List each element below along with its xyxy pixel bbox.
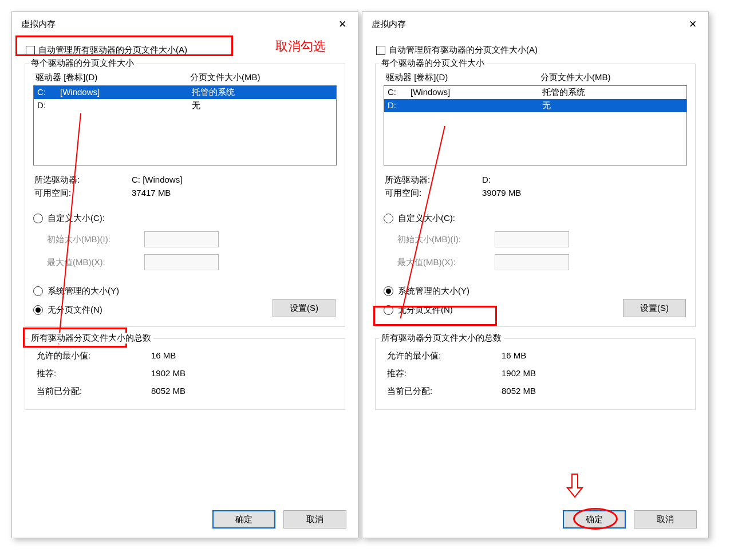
drive-list[interactable]: C: [Windows] 托管的系统 D: 无 <box>33 85 337 165</box>
drive-letter: C: <box>37 87 60 98</box>
per-drive-legend: 每个驱动器的分页文件大小 <box>379 58 487 69</box>
max-size-input <box>144 254 219 270</box>
free-space-label: 可用空间: <box>385 188 482 199</box>
min-value: 16 MB <box>502 350 526 361</box>
ok-button[interactable]: 确定 <box>563 510 626 529</box>
radio-system[interactable] <box>33 286 43 296</box>
rec-value: 1902 MB <box>502 368 536 379</box>
dialog-button-bar: 确定 取消 <box>12 503 358 538</box>
drive-label: [Windows] <box>411 87 542 98</box>
selected-drive-value: D: <box>482 175 687 186</box>
radio-custom-row[interactable]: 自定义大小(C): <box>33 211 337 226</box>
dialog-title: 虚拟内存 <box>372 19 406 30</box>
drive-row-c[interactable]: C: [Windows] 托管的系统 <box>384 86 686 99</box>
dialog-title: 虚拟内存 <box>21 19 56 30</box>
drive-label <box>60 100 192 111</box>
virtual-memory-dialog-left: 虚拟内存 ✕ 取消勾选 自动管理所有驱动器的分页文件大小(A) 每个驱动器的分页… <box>11 11 358 538</box>
drive-size: 托管的系统 <box>542 87 683 98</box>
cancel-button[interactable]: 取消 <box>283 510 346 529</box>
cur-value: 8052 MB <box>151 386 186 397</box>
annotation-text-uncheck: 取消勾选 <box>275 38 326 55</box>
totals-legend: 所有驱动器分页文件大小的总数 <box>379 333 504 344</box>
max-size-label: 最大值(MB)(X): <box>397 257 489 268</box>
per-drive-legend: 每个驱动器的分页文件大小 <box>29 58 136 69</box>
titlebar: 虚拟内存 ✕ <box>12 12 358 37</box>
drive-col-size: 分页文件大小(MB) <box>540 72 685 83</box>
initial-size-input <box>144 231 219 247</box>
totals-fieldset: 所有驱动器分页文件大小的总数 允许的最小值: 16 MB 推荐: 1902 MB… <box>375 338 696 410</box>
drive-row-c[interactable]: C: [Windows] 托管的系统 <box>34 86 336 99</box>
initial-size-label: 初始大小(MB)(I): <box>397 234 489 245</box>
drive-list[interactable]: C: [Windows] 托管的系统 D: 无 <box>384 85 687 165</box>
annotation-down-arrow-icon <box>566 473 583 498</box>
drive-letter: C: <box>388 87 411 98</box>
per-drive-fieldset: 每个驱动器的分页文件大小 驱动器 [卷标](D) 分页文件大小(MB) C: [… <box>375 64 696 327</box>
radio-custom-row[interactable]: 自定义大小(C): <box>384 211 687 226</box>
virtual-memory-dialog-right: 虚拟内存 ✕ 自动管理所有驱动器的分页文件大小(A) 每个驱动器的分页文件大小 … <box>362 11 709 538</box>
selected-drive-value: C: [Windows] <box>132 175 337 186</box>
drive-size: 无 <box>192 100 333 111</box>
drive-list-header: 驱动器 [卷标](D) 分页文件大小(MB) <box>33 72 337 85</box>
radio-system-label: 系统管理的大小(Y) <box>48 286 119 297</box>
auto-manage-checkbox[interactable] <box>376 46 385 55</box>
drive-col-drive: 驱动器 [卷标](D) <box>386 72 540 83</box>
radio-system-row[interactable]: 系统管理的大小(Y) <box>384 284 687 298</box>
svg-marker-1 <box>567 474 582 497</box>
radio-custom[interactable] <box>33 214 43 223</box>
free-space-label: 可用空间: <box>34 188 132 199</box>
radio-none-label: 无分页文件(N) <box>398 305 453 316</box>
drive-col-drive: 驱动器 [卷标](D) <box>35 72 190 83</box>
totals-legend: 所有驱动器分页文件大小的总数 <box>29 333 153 344</box>
drive-row-d[interactable]: D: 无 <box>34 99 336 112</box>
close-icon[interactable]: ✕ <box>681 15 705 34</box>
close-icon[interactable]: ✕ <box>330 15 354 34</box>
selected-drive-label: 所选驱动器: <box>34 175 132 186</box>
totals-fieldset: 所有驱动器分页文件大小的总数 允许的最小值: 16 MB 推荐: 1902 MB… <box>25 338 345 410</box>
ok-button[interactable]: 确定 <box>212 510 275 529</box>
auto-manage-checkbox-row[interactable]: 自动管理所有驱动器的分页文件大小(A) <box>375 42 696 58</box>
radio-system[interactable] <box>384 286 393 296</box>
rec-label: 推荐: <box>387 368 502 379</box>
min-value: 16 MB <box>151 350 176 361</box>
selected-drive-label: 所选驱动器: <box>385 175 482 186</box>
drive-label: [Windows] <box>60 87 192 98</box>
cancel-button[interactable]: 取消 <box>634 510 697 529</box>
auto-manage-checkbox[interactable] <box>26 46 35 55</box>
radio-none-label: 无分页文件(N) <box>48 305 102 316</box>
drive-size: 无 <box>542 100 683 111</box>
set-button[interactable]: 设置(S) <box>273 299 336 317</box>
min-label: 允许的最小值: <box>387 350 502 361</box>
drive-row-d[interactable]: D: 无 <box>384 99 686 112</box>
initial-size-input <box>495 231 569 247</box>
cur-label: 当前已分配: <box>387 386 502 397</box>
min-label: 允许的最小值: <box>37 350 151 361</box>
drive-list-header: 驱动器 [卷标](D) 分页文件大小(MB) <box>384 72 687 85</box>
initial-size-label: 初始大小(MB)(I): <box>47 234 139 245</box>
max-size-input <box>495 254 569 270</box>
free-space-value: 37417 MB <box>132 188 337 199</box>
radio-system-row[interactable]: 系统管理的大小(Y) <box>33 284 337 298</box>
set-button[interactable]: 设置(S) <box>623 299 686 317</box>
radio-none[interactable] <box>384 305 393 315</box>
auto-manage-label: 自动管理所有驱动器的分页文件大小(A) <box>389 45 538 56</box>
drive-col-size: 分页文件大小(MB) <box>190 72 334 83</box>
free-space-value: 39079 MB <box>482 188 687 199</box>
auto-manage-label: 自动管理所有驱动器的分页文件大小(A) <box>38 45 187 56</box>
radio-system-label: 系统管理的大小(Y) <box>398 286 469 297</box>
radio-custom-label: 自定义大小(C): <box>398 213 455 224</box>
per-drive-fieldset: 每个驱动器的分页文件大小 驱动器 [卷标](D) 分页文件大小(MB) C: [… <box>25 64 345 327</box>
radio-custom-label: 自定义大小(C): <box>48 213 105 224</box>
dialog-button-bar: 确定 取消 <box>362 503 708 538</box>
rec-label: 推荐: <box>37 368 151 379</box>
cur-label: 当前已分配: <box>37 386 151 397</box>
drive-label <box>411 100 542 111</box>
radio-custom[interactable] <box>384 214 393 223</box>
radio-none[interactable] <box>33 305 43 315</box>
max-size-label: 最大值(MB)(X): <box>47 257 139 268</box>
cur-value: 8052 MB <box>502 386 536 397</box>
rec-value: 1902 MB <box>151 368 186 379</box>
drive-size: 托管的系统 <box>192 87 333 98</box>
titlebar: 虚拟内存 ✕ <box>362 12 708 37</box>
drive-letter: D: <box>37 100 60 111</box>
drive-letter: D: <box>388 100 411 111</box>
